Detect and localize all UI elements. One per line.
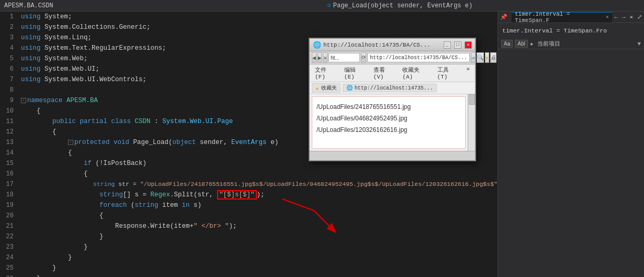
browser-titlebar: 🌐 http://localhost:14735/BA/CS... _ □ ✕ [310,39,475,51]
browser-scrollbar-area: /UpLoadFiles/2418765516551.jpg /UpLoadFi… [310,94,475,151]
code-line-20: { [21,210,498,221]
fav-btn[interactable]: ★ [485,52,489,63]
url-display: http://localhost:14735/BA/CS... [367,53,470,62]
toolbar-dropdown-icon[interactable]: ▼ [637,41,641,47]
code-line-23: } [21,242,498,252]
menu-tools[interactable]: 工具(T) [435,65,460,81]
code-line-24: } [21,252,498,263]
toolbar-aa-btn[interactable]: Aa [501,40,513,48]
right-panel: 📌 timer.Interval = TimeSpan.F × ← → ✕ ⤢ … [498,12,644,277]
url-tab-label: http://localhost:14735... [355,85,433,91]
pin-icon: 📌 [500,14,507,20]
fav-tab[interactable]: ★ 收藏夹 [312,83,341,93]
browser-title-text: http://localhost:14735/BA/CS... [323,42,440,48]
url-tab[interactable]: 🌐 http://localhost:14735... [343,84,437,92]
right-toolbar: Aa Abl ★ 当前项目 ▼ [498,39,644,49]
ie-tab-icon: 🌐 [346,85,353,91]
window-title: APESM.BA.CSDN [4,2,53,9]
code-line-18: string[] s = Regex.Split(str, "[$]s[$]")… [21,190,498,200]
code-line-19: foreach (string item in s) [21,200,498,210]
browser-statusbar [310,151,475,160]
title-bar-left-text: APESM.BA.CSDN [4,2,317,9]
satellite-icon: ⊙ [327,2,331,9]
toolbar-abl-btn[interactable]: Abl [515,40,527,48]
menu-fav[interactable]: 收藏夹(A) [400,65,431,81]
file-path-2: /UpLoadFiles/046824952495.jpg [317,113,461,124]
ie-icon: 🌐 [313,41,321,49]
code-line-1: using System; [21,12,498,22]
nav-forward-icon[interactable]: → [622,14,626,20]
right-tab-label: Page_Load(object sender, EventArgs e) [333,2,472,9]
code-line-25: } [21,263,498,273]
fav-tab-label: 收藏夹 [321,84,337,92]
file-path-3: /UpLoadFiles/120326162616.jpg [317,124,461,136]
refresh-btn[interactable]: ⟳ [361,52,366,63]
title-bar-right: ⊙ Page_Load(object sender, EventArgs e) [317,2,640,9]
search-btn[interactable]: 🔍 [477,52,484,63]
menu-file[interactable]: 文件(F) [313,65,338,81]
right-tab-close-icon[interactable]: × [606,14,609,20]
code-editor: 12345 678910 1112131415 1617181920 21222… [0,12,498,277]
browser-close-btn[interactable]: ✕ [465,41,472,49]
line-numbers: 12345 678910 1112131415 1617181920 21222… [0,12,17,277]
collapse-icon-13[interactable]: - [68,140,73,145]
go-btn[interactable]: ⇒ [471,52,476,63]
toolbar-current-label: 当前项目 [537,40,560,48]
browser-tabs-bar: ★ 收藏夹 🌐 http://localhost:14735... [310,82,475,94]
browser-window-overlay: 🌐 http://localhost:14735/BA/CS... _ □ ✕ … [309,38,476,161]
right-tab-1[interactable]: timer.Interval = TimeSpan.F × [512,12,612,23]
right-panel-content: timer.Interval = TimeSpan.Fro [498,23,644,39]
browser-minimize-btn[interactable]: _ [444,41,451,49]
back-btn[interactable]: ◀ [312,52,317,63]
right-panel-close-icon[interactable]: ✕ [629,14,633,20]
code-line-16: { [21,169,498,179]
browser-main-content: /UpLoadFiles/2418765516551.jpg /UpLoadFi… [310,94,468,151]
nav-back-icon[interactable]: ← [614,14,618,20]
fav-star-icon: ★ [315,85,319,92]
file-path-1: /UpLoadFiles/2418765516551.jpg [317,101,461,113]
menu-edit[interactable]: 编辑(E) [342,65,367,81]
menu-more[interactable]: » [464,65,472,81]
code-line-2: using System.Collections.Generic; [21,22,498,32]
right-tab-bar: 📌 timer.Interval = TimeSpan.F × ← → ✕ ⤢ [498,12,644,23]
collapse-icon-9[interactable]: - [21,98,26,103]
browser-content: /UpLoadFiles/2418765516551.jpg /UpLoadFi… [312,96,466,149]
right-code-line-1: timer.Interval = TimeSpan.Fro [502,26,640,36]
title-bar: APESM.BA.CSDN ⊙ Page_Load(object sender,… [0,0,644,12]
forward-btn[interactable]: ▶ [318,52,322,63]
browser-maximize-btn[interactable]: □ [454,41,461,49]
browser-scrollbar[interactable] [468,94,475,151]
print-btn[interactable]: 🖨 [490,52,496,63]
browser-toolbar: ◀ ▶ ✕ ⟳ http://localhost:14735/BA/CS... … [310,51,475,64]
menu-view[interactable]: 查看(V) [371,65,397,81]
toolbar-star-icon: ★ [530,40,534,47]
code-line-26: } [21,273,498,277]
browser-menu-bar: 文件(F) 编辑(E) 查看(V) 收藏夹(A) 工具(T) » [310,64,475,82]
stop-btn[interactable]: ✕ [323,52,327,63]
code-line-21: Response.Write(item+" </br> "); [21,221,498,231]
code-line-22: } [21,231,498,242]
right-panel-expand-icon[interactable]: ⤢ [637,14,642,20]
address-bar[interactable] [329,53,360,62]
url-text: http://localhost:14735/BA/CS... [370,55,467,61]
code-line-17: string str = "/UpLoadFiles/2418765516551… [21,179,498,190]
right-tab-1-label: timer.Interval = TimeSpan.F [515,12,604,24]
